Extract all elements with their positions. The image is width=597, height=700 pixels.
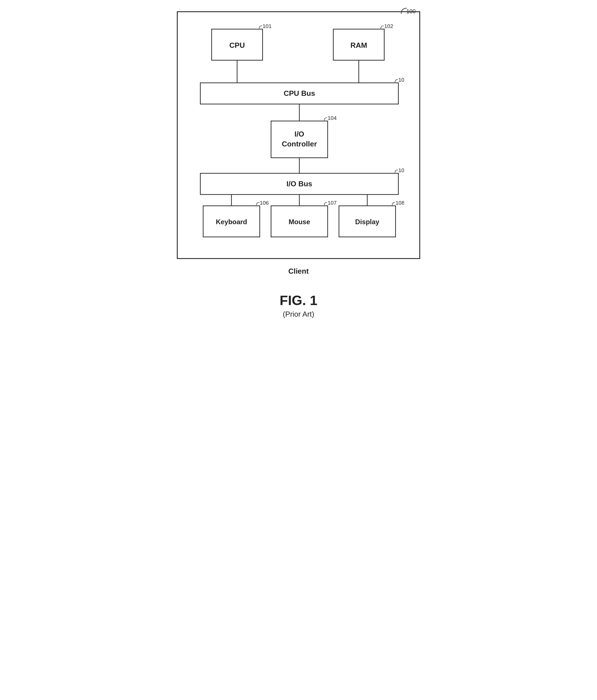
keyboard-label: Keyboard: [216, 218, 247, 226]
io-bus-label: I/O Bus: [286, 179, 312, 188]
ref-105: 105: [398, 167, 404, 173]
ref-102: 102: [384, 23, 393, 29]
ref-107: 107: [328, 200, 337, 206]
svg-rect-7: [271, 121, 328, 158]
display-label: Display: [355, 218, 379, 226]
ref-103: 103: [398, 77, 404, 83]
diagram-svg: CPU 101 RAM 102 CPU Bus 103 I/O: [195, 23, 404, 244]
ref-104: 104: [328, 115, 337, 121]
io-controller-line1: I/O: [294, 130, 305, 138]
ref-108: 108: [396, 200, 404, 206]
ref-100: 100: [398, 7, 415, 17]
client-caption: Client: [288, 267, 309, 276]
io-controller-line2: Controller: [282, 140, 317, 148]
figure-section: FIG. 1 (Prior Art): [280, 293, 317, 319]
mouse-label: Mouse: [289, 218, 310, 226]
svg-text:100: 100: [406, 8, 415, 15]
ram-label: RAM: [350, 41, 367, 49]
figure-subtitle: (Prior Art): [280, 310, 317, 319]
cpu-bus-label: CPU Bus: [284, 89, 315, 98]
figure-title: FIG. 1: [280, 293, 317, 308]
page-container: 100 CPU 101 RAM 102 CPU Bus: [171, 11, 426, 319]
diagram-box: 100 CPU 101 RAM 102 CPU Bus: [177, 11, 420, 259]
cpu-label: CPU: [230, 41, 245, 49]
ref-106: 106: [260, 200, 269, 206]
ref-101: 101: [263, 23, 271, 29]
